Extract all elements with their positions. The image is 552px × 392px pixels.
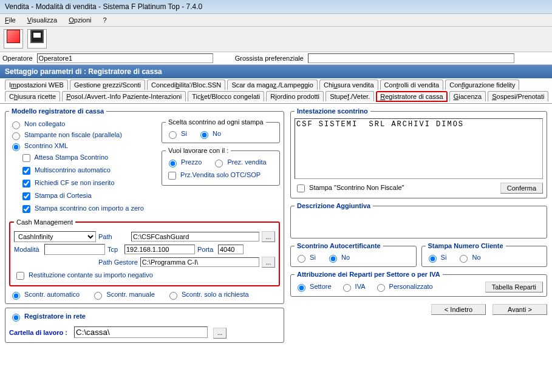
- tab-giacenza[interactable]: Giacenza: [449, 91, 486, 101]
- tab-controlli-vendita[interactable]: Controlli di vendita: [380, 79, 444, 90]
- autocert-group: Scontrino Autocertificante Si No: [290, 242, 417, 267]
- porta-label: Porta: [197, 246, 216, 253]
- check-restituzione[interactable]: Restituzione contante su importo negativ…: [14, 270, 275, 282]
- radio-autocert-si[interactable]: Si: [295, 253, 316, 263]
- title-bar: Vendita - Modalità di vendita - Sistema …: [0, 0, 552, 14]
- path-input[interactable]: [131, 232, 259, 242]
- tab-chiusura-vendita[interactable]: Chiusura vendita: [319, 79, 378, 90]
- menu-visualizza[interactable]: Visualizza: [22, 15, 62, 25]
- toolbar-save-button[interactable]: [27, 29, 47, 49]
- tab-registratore-cassa[interactable]: Registratore di cassa: [376, 91, 447, 102]
- lavorare-legend: Vuoi lavorare con il :: [166, 147, 231, 154]
- section-header: Settaggio parametri di : Registratore di…: [0, 65, 552, 78]
- descrizione-legend: Descrizione Aggiuntiva: [295, 202, 373, 209]
- porta-input[interactable]: [218, 245, 244, 254]
- lavorare-group: Vuoi lavorare con il : Prezzo Prez. vend…: [162, 147, 280, 186]
- check-attesa[interactable]: Attesa Stampa Scontrino: [20, 152, 158, 164]
- descrizione-group: Descrizione Aggiuntiva: [290, 202, 547, 238]
- check-prz-otc[interactable]: Prz.Vendita solo OTC/SOP: [166, 170, 276, 181]
- radio-iva[interactable]: IVA: [340, 282, 366, 292]
- radio-numcliente-si[interactable]: Si: [426, 253, 447, 263]
- tab-concedibilita[interactable]: Concedibilita'/Bloc.SSN: [147, 79, 225, 90]
- check-cortesia[interactable]: Stampa di Cortesia: [20, 191, 158, 202]
- radio-settore[interactable]: Settore: [295, 282, 332, 292]
- path-gestore-input[interactable]: [140, 257, 259, 267]
- tab-config-fidelity[interactable]: Configurazione fidelity: [445, 79, 519, 90]
- path-browse-button[interactable]: ...: [262, 231, 275, 242]
- toolbar: [0, 27, 552, 52]
- modalita-label: Modalità: [14, 246, 42, 253]
- radio-prez-vendita[interactable]: Prez. vendita: [212, 158, 266, 167]
- conferma-button[interactable]: Conferma: [500, 183, 543, 194]
- radio-scontr-auto[interactable]: Scontr. automatico: [9, 290, 80, 300]
- operator-bar: Operatore Grossista preferenziale: [0, 52, 552, 65]
- path-gestore-browse-button[interactable]: ...: [262, 257, 275, 268]
- path-gestore-label: Path Gestore: [98, 259, 138, 266]
- check-multiscontrino[interactable]: Multiscontrino automatico: [20, 165, 158, 177]
- save-icon: [30, 30, 44, 43]
- tabella-reparti-button[interactable]: Tabella Reparti: [485, 282, 543, 292]
- autocert-legend: Scontrino Autocertificante: [295, 242, 383, 249]
- nav-buttons: < Indietro Avanti >: [290, 304, 547, 315]
- radio-autocert-no[interactable]: No: [326, 253, 350, 263]
- numcliente-legend: Stampa Numero Cliente: [426, 242, 506, 249]
- radio-registratore-rete[interactable]: Registratore in rete: [9, 313, 86, 320]
- tab-chiusura-ricette[interactable]: Chiusura ricette: [5, 91, 60, 101]
- attribuzione-group: Attribuzione dei Reparti per Settore o p…: [290, 271, 547, 297]
- operator-label: Operatore: [2, 55, 33, 62]
- tcp-input[interactable]: [124, 245, 195, 254]
- radio-prezzo[interactable]: Prezzo: [166, 158, 202, 167]
- tab-posol[interactable]: Posol./Avvert.-Info Paziente-Interazioni: [62, 91, 186, 101]
- avanti-button[interactable]: Avanti >: [492, 304, 547, 315]
- radio-scontr-manuale[interactable]: Scontr. manuale: [91, 290, 155, 300]
- menu-opzioni[interactable]: Opzioni: [64, 15, 96, 25]
- menu-file[interactable]: File: [0, 15, 21, 25]
- numcliente-group: Stampa Numero Cliente Si No: [421, 242, 548, 267]
- tcp-label: Tcp: [107, 246, 122, 253]
- toolbar-exit-button[interactable]: [4, 29, 23, 49]
- modello-legend: Modello registratore di cassa: [9, 107, 106, 115]
- intestazione-group: Intestazione scontrino CSF SISTEMI SRL A…: [290, 107, 547, 198]
- modalita-select[interactable]: Pannello Coda: [44, 244, 105, 255]
- tabs: Impostazioni WEB Gestione prezzi/Sconti …: [0, 78, 552, 102]
- scelta-legend: Scelta scontrino ad ogni stampa: [166, 118, 266, 126]
- cash-management-group: Cash Management CashInfinity Path ... Mo…: [9, 218, 280, 286]
- scelta-group: Scelta scontrino ad ogni stampa Si No: [162, 118, 280, 143]
- attribuzione-legend: Attribuzione dei Reparti per Settore o p…: [295, 271, 443, 278]
- operator-input[interactable]: [37, 53, 213, 63]
- cartella-browse-button[interactable]: ...: [213, 328, 227, 339]
- radio-personalizzato[interactable]: Personalizzato: [374, 282, 433, 292]
- check-importo-zero[interactable]: Stampa scontrino con importo a zero: [20, 203, 158, 215]
- check-richiedi-cf[interactable]: Richiedi CF se non inserito: [20, 178, 158, 189]
- tab-gestione-prezzi[interactable]: Gestione prezzi/Sconti: [70, 79, 145, 90]
- tab-scar-magaz[interactable]: Scar da magaz./Lampeggio: [227, 79, 318, 90]
- radio-non-collegato[interactable]: Non collegato: [9, 120, 158, 129]
- radio-scelta-no[interactable]: No: [197, 129, 221, 139]
- intestazione-legend: Intestazione scontrino: [295, 107, 370, 115]
- check-stampa-non-fiscale[interactable]: Stampa "Scontrino Non Fiscale": [295, 184, 404, 191]
- tab-ticket[interactable]: Ticket/Blocco congelati: [188, 91, 264, 101]
- tab-riordino[interactable]: Riordino prodotti: [266, 91, 324, 101]
- menu-bar: File Visualizza Opzioni ?: [0, 14, 552, 27]
- modes-row: Scontr. automatico Scontr. manuale Scont…: [9, 290, 280, 300]
- modello-group: Modello registratore di cassa Non colleg…: [5, 107, 284, 304]
- intestazione-textarea[interactable]: CSF SISTEMI SRL ARCHIVI DIMOS: [295, 118, 543, 179]
- radio-numcliente-no[interactable]: No: [457, 253, 480, 263]
- menu-help[interactable]: ?: [98, 15, 112, 25]
- tab-sospesi[interactable]: Sospesi/Prenotati: [488, 91, 548, 101]
- radio-scelta-si[interactable]: Si: [166, 129, 187, 139]
- window-title: Vendita - Modalità di vendita - Sistema …: [5, 2, 202, 11]
- radio-stampante[interactable]: Stampante non fiscale (parallela): [9, 130, 158, 140]
- rete-group: Registratore in rete Cartella di lavoro …: [5, 308, 284, 343]
- cartella-input[interactable]: [74, 326, 208, 338]
- exit-icon: [7, 30, 20, 43]
- radio-scontr-richiesta[interactable]: Scontr. solo a richiesta: [166, 290, 249, 300]
- indietro-button[interactable]: < Indietro: [431, 304, 486, 315]
- content-area: Modello registratore di cassa Non colleg…: [0, 103, 552, 350]
- grossista-input[interactable]: [308, 53, 514, 63]
- radio-scontrino-xml[interactable]: Scontrino XML: [9, 141, 158, 151]
- tab-impostazioni-web[interactable]: Impostazioni WEB: [5, 79, 68, 90]
- cash-provider-select[interactable]: CashInfinity: [14, 231, 96, 242]
- tab-stupef[interactable]: Stupef./Veter.: [325, 91, 374, 101]
- grossista-label: Grossista preferenziale: [235, 55, 304, 62]
